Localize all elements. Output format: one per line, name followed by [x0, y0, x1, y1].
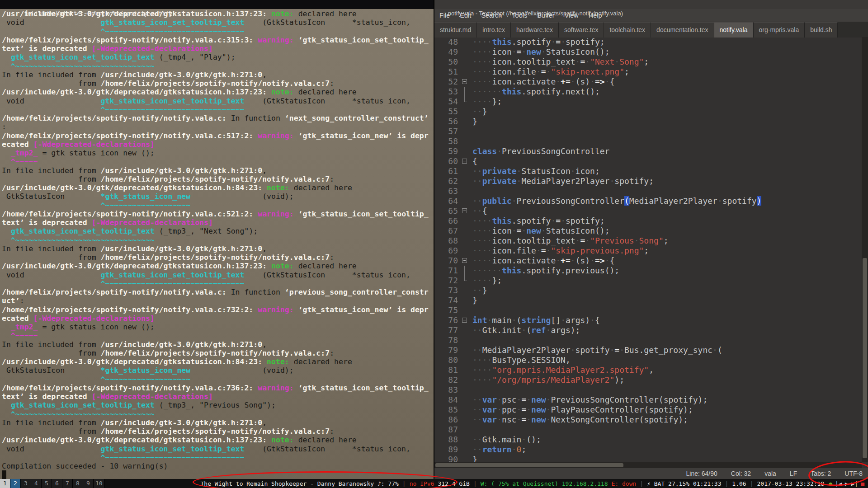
menu-buffer[interactable]: Buffer: [532, 12, 559, 19]
code-line[interactable]: 50····icon.tooltip_text·=·"Next·Song";: [434, 57, 868, 67]
fold-margin[interactable]: [461, 256, 470, 266]
vertical-scrollbar-thumb[interactable]: [863, 258, 867, 458]
fold-margin[interactable]: [461, 315, 470, 325]
code-text: ····icon.activate·+=·(s)·=>·{: [470, 256, 614, 266]
code-line[interactable]: 48····this.spotify·=·spotify;: [434, 37, 868, 47]
horizontal-scrollbar-thumb[interactable]: [435, 463, 623, 467]
code-line[interactable]: 89··return·0;: [434, 445, 868, 455]
workspace-4[interactable]: 4: [31, 479, 42, 488]
line-number: 48: [434, 37, 461, 47]
menu-tools[interactable]: Tools: [507, 12, 532, 19]
code-line[interactable]: 73··}: [434, 286, 868, 296]
code-line[interactable]: 68····icon.tooltip_text·=·"Previous·Song…: [434, 236, 868, 246]
code-line[interactable]: 63: [434, 186, 868, 196]
code-area[interactable]: 48····this.spotify·=·spotify;49····icon·…: [434, 37, 868, 462]
workspace-6[interactable]: 6: [52, 479, 62, 488]
fold-marker-icon[interactable]: [462, 159, 467, 164]
editor-window[interactable]: notify.vala - Textadept (/home/felix/pro…: [434, 0, 868, 479]
tab-build.sh[interactable]: build.sh: [805, 22, 838, 38]
code-line[interactable]: 67····icon·=·new·StatusIcon();: [434, 226, 868, 236]
fold-margin[interactable]: [461, 206, 470, 216]
code-line[interactable]: 74}: [434, 296, 868, 305]
code-line[interactable]: 56}: [434, 117, 868, 127]
workspace-9[interactable]: 9: [83, 479, 94, 488]
status-items: The Wight to Remain Shopkeeper - Danny B…: [201, 480, 825, 487]
code-line[interactable]: 88··Gtk.main·();: [434, 435, 868, 445]
code-line[interactable]: 60{: [434, 156, 868, 166]
code-line[interactable]: 90}: [434, 455, 868, 462]
workspace-10[interactable]: 10: [94, 479, 105, 488]
code-line[interactable]: 75: [434, 305, 868, 315]
code-line[interactable]: 78: [434, 335, 868, 345]
tab-notify.vala[interactable]: notify.vala: [714, 22, 754, 38]
fold-margin[interactable]: [461, 156, 470, 166]
terminal-window[interactable]: felix@denkplatte:~/projects/spotify-noti…: [0, 0, 434, 479]
code-line[interactable]: 82····"/org/mpris/MediaPlayer2");: [434, 375, 868, 385]
code-line[interactable]: 49····icon·=·new·StatusIcon();: [434, 47, 868, 57]
menu-file[interactable]: File: [434, 12, 455, 19]
code-line[interactable]: 54····};: [434, 97, 868, 107]
menu-edit[interactable]: Edit: [455, 12, 476, 19]
workspace-8[interactable]: 8: [73, 479, 83, 488]
code-line[interactable]: 65··{: [434, 206, 868, 216]
code-line[interactable]: 69····icon.file·=·"skip-previous.png";: [434, 246, 868, 256]
code-line[interactable]: 79··MediaPlayer2Player·spotify·=·Bus.get…: [434, 345, 868, 355]
fold-margin: [461, 455, 470, 462]
tab-toolchain.tex[interactable]: toolchain.tex: [604, 22, 651, 38]
vertical-scrollbar[interactable]: [862, 37, 868, 462]
prev-track-icon[interactable]: |◀: [835, 480, 842, 487]
next-track-icon[interactable]: ▶|: [851, 480, 859, 487]
menu-view[interactable]: View: [560, 12, 584, 19]
code-line[interactable]: 85··var·ppc·=·new·PlayPauseController(sp…: [434, 405, 868, 415]
status-dot-icon[interactable]: ●: [829, 480, 832, 487]
code-line[interactable]: 52····icon.activate·+=·(s)·=>·{: [434, 77, 868, 87]
fold-marker-icon[interactable]: [462, 258, 467, 263]
terminal-line: GtkStatusIcon *gtk_status_icon_new (void…: [2, 366, 434, 375]
horizontal-scrollbar[interactable]: [434, 462, 862, 468]
code-line[interactable]: 55··}: [434, 107, 868, 117]
code-line[interactable]: 80····BusType.SESSION,: [434, 355, 868, 365]
code-line[interactable]: 87: [434, 425, 868, 435]
code-line[interactable]: 61··private·StatusIcon·icon;: [434, 166, 868, 176]
workspace-2[interactable]: 2: [10, 479, 21, 488]
terminal-titlebar[interactable]: felix@denkplatte:~/projects/spotify-noti…: [0, 0, 434, 9]
record-icon[interactable]: ■: [861, 480, 864, 487]
workspace-1[interactable]: 1: [0, 479, 10, 488]
code-line[interactable]: 59class·PreviousSongController: [434, 146, 868, 156]
code-text: ··Gtk.main·();: [470, 435, 541, 445]
code-line[interactable]: 76int·main·(string[]·args)·{: [434, 315, 868, 325]
tab-hardware.tex[interactable]: hardware.tex: [511, 22, 559, 38]
tab-documentation.tex[interactable]: documentation.tex: [651, 22, 714, 38]
code-line[interactable]: 81····"org.mpris.MediaPlayer2.spotify",: [434, 365, 868, 375]
tab-struktur.md[interactable]: struktur.md: [434, 22, 477, 38]
workspace-5[interactable]: 5: [42, 479, 52, 488]
code-line[interactable]: 83: [434, 385, 868, 395]
code-line[interactable]: 72····};: [434, 276, 868, 286]
code-line[interactable]: 64··public·PreviousSongController(MediaP…: [434, 196, 868, 206]
code-line[interactable]: 58: [434, 136, 868, 146]
fold-margin[interactable]: [461, 77, 470, 87]
code-line[interactable]: 51····icon.file·=·"skip-next.png";: [434, 67, 868, 77]
tab-intro.tex[interactable]: intro.tex: [477, 22, 511, 38]
code-line[interactable]: 70····icon.activate·+=·(s)·=>·{: [434, 256, 868, 266]
menu-search[interactable]: Search: [476, 12, 507, 19]
tab-org-mpris.vala[interactable]: org-mpris.vala: [754, 22, 805, 38]
code-line[interactable]: 71······this.spotify.previous();: [434, 266, 868, 276]
menu-help[interactable]: Help: [584, 12, 607, 19]
code-line[interactable]: 66····this.spotify·=·spotify;: [434, 216, 868, 226]
terminal-output[interactable]: /usr/include/gtk-3.0/gtk/deprecated/gtks…: [0, 9, 434, 479]
fold-marker-icon[interactable]: [462, 208, 467, 213]
code-line[interactable]: 57: [434, 127, 868, 136]
play-icon[interactable]: ▶: [845, 480, 849, 487]
fold-marker-icon[interactable]: [462, 318, 467, 323]
editor-titlebar[interactable]: notify.vala - Textadept (/home/felix/pro…: [434, 0, 868, 9]
code-line[interactable]: 53······this.spotify.next();: [434, 87, 868, 97]
tab-software.tex[interactable]: software.tex: [559, 22, 604, 38]
code-line[interactable]: 84··var·psc·=·new·PreviousSongController…: [434, 395, 868, 405]
code-line[interactable]: 62··private·MediaPlayer2Player·spotify;: [434, 176, 868, 186]
workspace-3[interactable]: 3: [21, 479, 31, 488]
workspace-7[interactable]: 7: [62, 479, 73, 488]
code-line[interactable]: 86··var·nsc·=·new·NextSongController(spo…: [434, 415, 868, 425]
code-line[interactable]: 77··Gtk.init·(ref·args);: [434, 325, 868, 335]
fold-marker-icon[interactable]: [462, 79, 467, 84]
